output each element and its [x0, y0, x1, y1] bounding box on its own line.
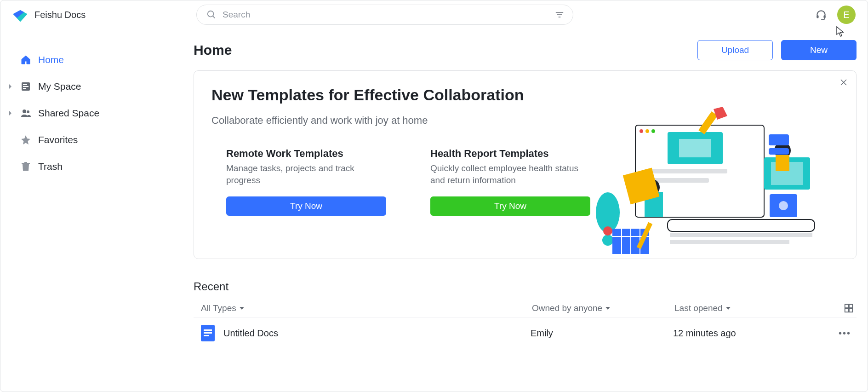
- filter-owner[interactable]: Owned by anyone: [532, 303, 674, 313]
- svg-rect-14: [24, 162, 27, 163]
- svg-rect-54: [204, 329, 212, 331]
- caret-down-icon: [239, 306, 245, 311]
- sidebar-item-label: My Space: [38, 81, 81, 92]
- doc-owner: Emily: [531, 328, 673, 339]
- doc-icon: [201, 325, 223, 341]
- brand[interactable]: Feishu Docs: [12, 7, 196, 23]
- app-logo-icon: [12, 7, 28, 23]
- template-title: Remote Work Templates: [226, 148, 386, 160]
- chevron-right-icon[interactable]: [7, 83, 13, 90]
- svg-rect-10: [23, 88, 26, 89]
- filter-lastopened[interactable]: Last opened: [674, 303, 840, 313]
- svg-point-39: [603, 226, 612, 236]
- svg-rect-8: [23, 84, 27, 85]
- header-buttons: Upload New: [697, 40, 857, 60]
- more-icon[interactable]: •••: [839, 328, 857, 339]
- svg-rect-50: [849, 305, 852, 308]
- avatar-initial: E: [843, 10, 849, 20]
- svg-rect-55: [204, 332, 212, 334]
- caret-down-icon: [605, 306, 611, 311]
- svg-rect-9: [23, 86, 29, 87]
- try-now-button[interactable]: Try Now: [430, 196, 590, 216]
- svg-rect-51: [845, 309, 848, 312]
- new-button[interactable]: New: [781, 40, 857, 60]
- try-now-button[interactable]: Try Now: [226, 196, 386, 216]
- chevron-right-icon[interactable]: [7, 110, 13, 116]
- svg-rect-45: [769, 134, 789, 145]
- sidebar-item-home[interactable]: ▸ Home: [3, 46, 175, 73]
- star-icon: [20, 134, 32, 145]
- main-header: Home Upload New: [194, 40, 857, 60]
- svg-point-20: [651, 129, 655, 133]
- sharedspace-icon: [20, 108, 32, 119]
- templates-banner: New Templates for Effective Collaboratio…: [194, 70, 857, 259]
- template-desc: Manage tasks, projects and track progres…: [226, 162, 386, 186]
- search-filter-icon[interactable]: [555, 10, 564, 19]
- sidebar-item-favorites[interactable]: ▸ Favorites: [3, 127, 175, 153]
- svg-rect-42: [670, 233, 812, 237]
- caret-down-icon: [725, 306, 731, 311]
- template-desc: Quickly collect employee health status a…: [430, 162, 590, 186]
- avatar[interactable]: E: [837, 6, 856, 24]
- sidebar-item-label: Shared Space: [38, 108, 99, 119]
- template-card-health: Health Report Templates Quickly collect …: [430, 148, 590, 216]
- filter-label: Owned by anyone: [532, 303, 602, 313]
- filter-label: Last opened: [674, 303, 723, 313]
- filter-label: All Types: [201, 303, 236, 313]
- sidebar-item-sharedspace[interactable]: Shared Space: [3, 100, 175, 127]
- sidebar-item-trash[interactable]: ▸ Trash: [3, 153, 175, 180]
- search-wrap: [196, 5, 573, 25]
- svg-rect-49: [845, 305, 848, 308]
- home-icon: [20, 54, 32, 65]
- close-icon[interactable]: [839, 78, 848, 88]
- filters-row: All Types Owned by anyone Last opened: [194, 300, 857, 317]
- svg-rect-52: [849, 309, 852, 312]
- sidebar-item-myspace[interactable]: My Space: [3, 73, 175, 100]
- search-icon: [206, 10, 217, 20]
- svg-rect-41: [668, 219, 815, 231]
- svg-point-18: [640, 129, 643, 133]
- banner-title: New Templates for Effective Collaboratio…: [211, 86, 839, 104]
- support-icon[interactable]: [815, 9, 827, 21]
- svg-point-33: [602, 235, 613, 246]
- svg-point-19: [645, 129, 649, 133]
- svg-rect-56: [204, 335, 209, 336]
- svg-rect-40: [637, 222, 652, 249]
- sidebar-item-label: Home: [38, 54, 64, 65]
- sidebar-item-label: Trash: [38, 161, 63, 172]
- doc-time: 12 minutes ago: [673, 328, 839, 339]
- upload-button[interactable]: Upload: [697, 40, 773, 60]
- banner-subtitle: Collaborate efficiently and work with jo…: [211, 115, 839, 127]
- template-cards: Remote Work Templates Manage tasks, proj…: [226, 148, 839, 216]
- filter-types[interactable]: All Types: [201, 303, 532, 313]
- sidebar-item-label: Favorites: [38, 134, 78, 145]
- search-input[interactable]: [196, 5, 573, 25]
- template-card-remote: Remote Work Templates Manage tasks, proj…: [226, 148, 386, 216]
- myspace-icon: [20, 81, 32, 92]
- topbar: Feishu Docs E: [0, 0, 868, 29]
- grid-view-icon[interactable]: [844, 303, 857, 313]
- template-title: Health Report Templates: [430, 148, 590, 160]
- svg-line-1: [213, 16, 215, 18]
- svg-point-12: [27, 110, 29, 113]
- sidebar: ▸ Home My Space Shared Space ▸ Favorites…: [0, 46, 175, 392]
- trash-icon: [20, 161, 32, 172]
- recent-title: Recent: [194, 280, 857, 293]
- svg-rect-13: [22, 163, 30, 164]
- doc-row[interactable]: Untitled Docs Emily 12 minutes ago •••: [194, 317, 857, 349]
- svg-rect-34: [612, 229, 649, 254]
- svg-rect-43: [670, 240, 789, 244]
- doc-name: Untitled Docs: [223, 328, 531, 339]
- svg-rect-5: [817, 15, 818, 18]
- svg-point-0: [208, 11, 214, 17]
- topbar-right: E: [815, 6, 856, 24]
- page-title: Home: [194, 42, 232, 58]
- brand-name: Feishu Docs: [34, 10, 86, 20]
- main: Home Upload New New Templates for Effect…: [194, 40, 857, 392]
- svg-point-11: [23, 110, 26, 113]
